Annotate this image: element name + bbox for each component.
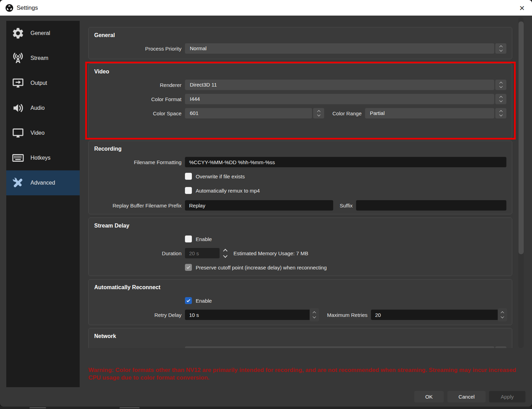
- chevron-up-down-icon[interactable]: [495, 94, 506, 104]
- filename-formatting-label: Filename Formatting: [94, 159, 185, 165]
- process-priority-label: Process Priority: [94, 46, 185, 52]
- color-range-label: Color Range: [324, 110, 365, 116]
- section-recording: Recording Filename Formatting Overwrite …: [88, 141, 512, 214]
- chevron-up-down-icon[interactable]: [498, 308, 507, 321]
- section-stream-delay: Stream Delay Enable Duration Estimated M…: [88, 217, 512, 276]
- max-retries-label: Maximum Retries: [318, 312, 371, 318]
- scrollbar-thumb[interactable]: [518, 21, 524, 254]
- chevron-up-down-icon[interactable]: [313, 108, 324, 118]
- reconnect-enable-label: Enable: [196, 298, 212, 304]
- color-space-dropdown[interactable]: 601: [185, 108, 324, 118]
- memory-usage-text: Estimated Memory Usage: 7 MB: [233, 250, 308, 256]
- bind-to-ip-dropdown[interactable]: Default: [185, 346, 506, 348]
- section-general: General Process Priority Normal: [88, 27, 512, 59]
- section-network: Network Bind to IP Default: [88, 328, 512, 348]
- color-format-value: I444: [185, 94, 494, 104]
- section-title: Automatically Reconnect: [94, 284, 506, 291]
- preserve-cutoff-row: Preserve cutoff point (increase delay) w…: [185, 264, 327, 271]
- ok-button[interactable]: OK: [414, 391, 444, 402]
- settings-scroll-area: General Process Priority Normal Video Re…: [0, 16, 532, 348]
- section-video: Video Renderer Direct3D 11 Color Format …: [88, 63, 512, 138]
- overwrite-checkbox-row[interactable]: Overwrite if file exists: [185, 173, 245, 180]
- color-range-dropdown[interactable]: Partial: [365, 108, 506, 118]
- preserve-cutoff-checkbox: [185, 264, 192, 271]
- taskbar-mark: [119, 407, 140, 408]
- renderer-value: Direct3D 11: [185, 80, 494, 90]
- overwrite-checkbox[interactable]: [185, 173, 192, 180]
- taskbar-mark: [29, 407, 46, 408]
- cancel-button[interactable]: Cancel: [447, 391, 486, 402]
- chevron-up-down-icon[interactable]: [495, 43, 506, 54]
- chevron-up-down-icon[interactable]: [495, 346, 506, 348]
- retry-delay-input[interactable]: [185, 310, 318, 320]
- section-title: Stream Delay: [94, 223, 506, 229]
- taskbar-strip: [0, 407, 532, 409]
- preserve-cutoff-label: Preserve cutoff point (increase delay) w…: [196, 265, 327, 270]
- warning-text: Warning: Color formats other than NV12 a…: [88, 366, 518, 382]
- suffix-input[interactable]: [356, 200, 506, 211]
- process-priority-value: Normal: [185, 43, 494, 54]
- titlebar: Settings ×: [0, 0, 532, 16]
- apply-button[interactable]: Apply: [489, 391, 525, 402]
- section-auto-reconnect: Automatically Reconnect Enable Retry Del…: [88, 279, 512, 325]
- color-space-label: Color Space: [94, 110, 185, 116]
- window-title: Settings: [17, 5, 38, 11]
- duration-label: Duration: [94, 250, 185, 256]
- stream-delay-enable-row[interactable]: Enable: [185, 235, 212, 242]
- section-title: Recording: [94, 146, 506, 152]
- section-title: Video: [94, 69, 506, 75]
- obs-logo-icon: [6, 4, 13, 12]
- chevron-up-down-icon[interactable]: [495, 108, 506, 118]
- reconnect-enable-row[interactable]: Enable: [185, 297, 212, 304]
- replay-prefix-label: Replay Buffer Filename Prefix: [94, 203, 185, 208]
- bind-to-ip-value: Default: [185, 346, 494, 348]
- section-title: General: [94, 32, 506, 38]
- stream-delay-enable-label: Enable: [196, 236, 212, 242]
- suffix-label: Suffix: [333, 203, 356, 208]
- stream-delay-enable-checkbox[interactable]: [185, 235, 192, 242]
- chevron-up-down-icon[interactable]: [495, 80, 506, 90]
- section-title: Network: [94, 333, 506, 339]
- duration-input: [185, 248, 220, 258]
- color-format-label: Color Format: [94, 96, 185, 102]
- chevron-up-down-icon: [221, 249, 229, 258]
- renderer-dropdown[interactable]: Direct3D 11: [185, 80, 506, 90]
- color-space-value: 601: [185, 108, 312, 118]
- overwrite-label: Overwrite if file exists: [196, 174, 245, 179]
- color-format-dropdown[interactable]: I444: [185, 94, 506, 104]
- replay-prefix-input[interactable]: [185, 200, 333, 211]
- remux-checkbox[interactable]: [185, 187, 192, 194]
- remux-checkbox-row[interactable]: Automatically remux to mp4: [185, 187, 260, 194]
- process-priority-dropdown[interactable]: Normal: [185, 43, 506, 54]
- color-range-value: Partial: [365, 108, 494, 118]
- remux-label: Automatically remux to mp4: [196, 188, 260, 194]
- max-retries-input[interactable]: [371, 310, 506, 320]
- chevron-up-down-icon[interactable]: [310, 308, 319, 321]
- retry-delay-label: Retry Delay: [94, 312, 185, 318]
- filename-formatting-input[interactable]: [185, 157, 506, 167]
- settings-window: Settings × General Stream: [0, 0, 532, 407]
- reconnect-enable-checkbox[interactable]: [185, 297, 192, 304]
- renderer-label: Renderer: [94, 82, 185, 88]
- close-icon[interactable]: ×: [517, 3, 527, 13]
